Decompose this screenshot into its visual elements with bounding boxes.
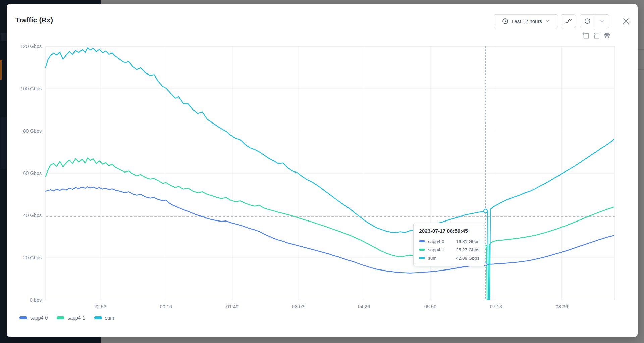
chart-legend: sapp4-0 sapp4-1 sum xyxy=(19,315,114,321)
series-color-swatch xyxy=(419,257,425,259)
series-color-swatch xyxy=(419,240,425,243)
sidebar-menu-item-partial xyxy=(1,33,7,41)
y-axis-label: 120 Gbps xyxy=(20,44,42,49)
legend-swatch xyxy=(19,316,27,319)
legend-label: sapp4-0 xyxy=(30,315,48,321)
tooltip-row: sapp4-1 25.27 Gbps xyxy=(419,246,479,253)
legend-item-sum[interactable]: sum xyxy=(94,315,114,321)
legend-item-sapp4-1[interactable]: sapp4-1 xyxy=(57,315,85,321)
tooltip-row: sum 42.09 Gbps xyxy=(419,255,479,261)
tooltip-series-name: sapp4-0 xyxy=(428,239,444,244)
x-axis-label: 07:13 xyxy=(490,304,502,309)
legend-label: sum xyxy=(105,315,114,321)
x-axis-label: 08:36 xyxy=(556,304,568,309)
x-axis-label: 05:50 xyxy=(424,304,436,309)
tooltip-series-name: sum xyxy=(428,256,437,261)
x-axis-label: 00:16 xyxy=(160,304,172,309)
tooltip-timestamp: 2023-07-17 06:59:45 xyxy=(419,228,479,234)
legend-item-sapp4-0[interactable]: sapp4-0 xyxy=(19,315,48,321)
y-axis-label: 60 Gbps xyxy=(23,170,42,176)
x-axis-label: 03:03 xyxy=(292,304,304,309)
y-axis-label: 100 Gbps xyxy=(20,86,42,91)
y-axis-label: 0 bps xyxy=(30,297,42,303)
chart-tooltip: 2023-07-17 06:59:45 sapp4-0 16.81 Gbps s… xyxy=(413,223,485,266)
tooltip-row: sapp4-0 16.81 Gbps xyxy=(419,238,479,245)
series-line-sapp4-1 xyxy=(46,158,614,300)
x-axis-label: 01:40 xyxy=(226,304,238,309)
series-line-sapp4-0 xyxy=(46,187,614,273)
tooltip-series-value: 42.09 Gbps xyxy=(456,256,479,261)
legend-swatch xyxy=(57,316,64,319)
x-axis-label: 22:53 xyxy=(94,304,106,309)
x-axis-label: 04:26 xyxy=(358,304,370,309)
sidebar-active-indicator xyxy=(0,60,2,80)
legend-label: sapp4-1 xyxy=(67,315,85,321)
tooltip-series-value: 25.27 Gbps xyxy=(456,247,479,252)
legend-swatch xyxy=(94,316,102,319)
series-color-swatch xyxy=(419,249,425,251)
tooltip-series-value: 16.81 Gbps xyxy=(456,239,479,244)
y-axis-label: 80 Gbps xyxy=(23,128,42,134)
traffic-chart-modal: Traffic (Rx) Last 12 hours xyxy=(7,4,638,337)
y-axis-label: 20 Gbps xyxy=(23,255,42,260)
traffic-chart-canvas[interactable]: 0 bps20 Gbps40 Gbps60 Gbps80 Gbps100 Gbp… xyxy=(7,4,638,337)
y-axis-label: 40 Gbps xyxy=(23,213,42,218)
tooltip-series-name: sapp4-1 xyxy=(428,247,444,252)
sidebar-menu-item-partial xyxy=(1,117,7,169)
hover-marker-sum xyxy=(484,209,487,213)
series-line-sum xyxy=(46,48,614,299)
